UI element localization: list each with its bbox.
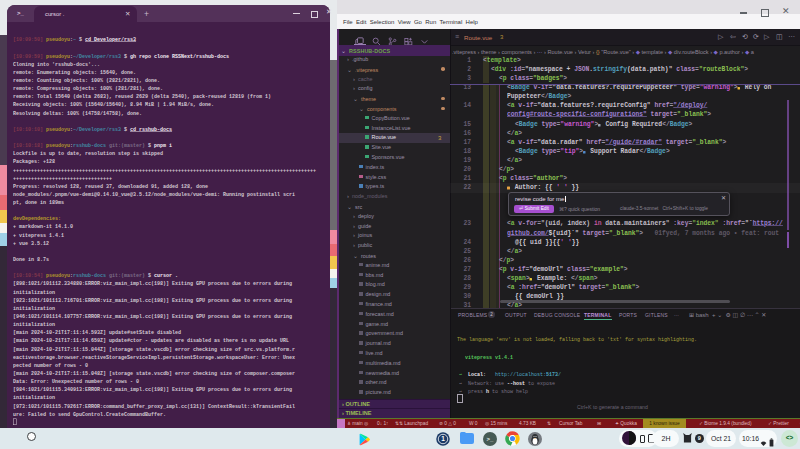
svg-text:1: 1	[441, 435, 445, 442]
